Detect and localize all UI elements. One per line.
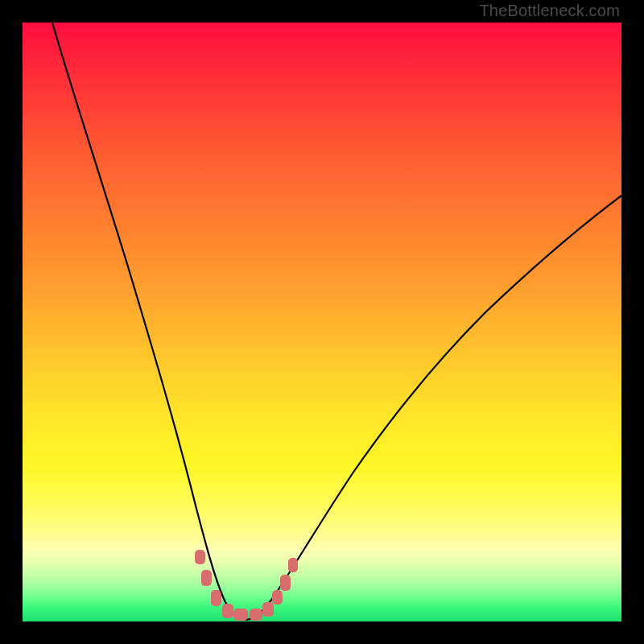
svg-rect-0: [195, 550, 205, 564]
svg-rect-8: [280, 575, 291, 591]
svg-rect-2: [211, 590, 221, 606]
bottleneck-curve: [52, 23, 621, 620]
chart-frame: TheBottleneck.com: [0, 0, 644, 644]
svg-rect-4: [233, 609, 248, 621]
svg-rect-3: [222, 604, 233, 618]
svg-rect-1: [201, 570, 212, 586]
svg-rect-5: [250, 609, 262, 621]
svg-rect-6: [262, 602, 274, 617]
watermark-text: TheBottleneck.com: [479, 2, 620, 20]
chart-svg: [23, 23, 621, 621]
plot-area: [23, 23, 621, 621]
svg-rect-9: [288, 558, 298, 572]
svg-rect-7: [272, 590, 283, 605]
